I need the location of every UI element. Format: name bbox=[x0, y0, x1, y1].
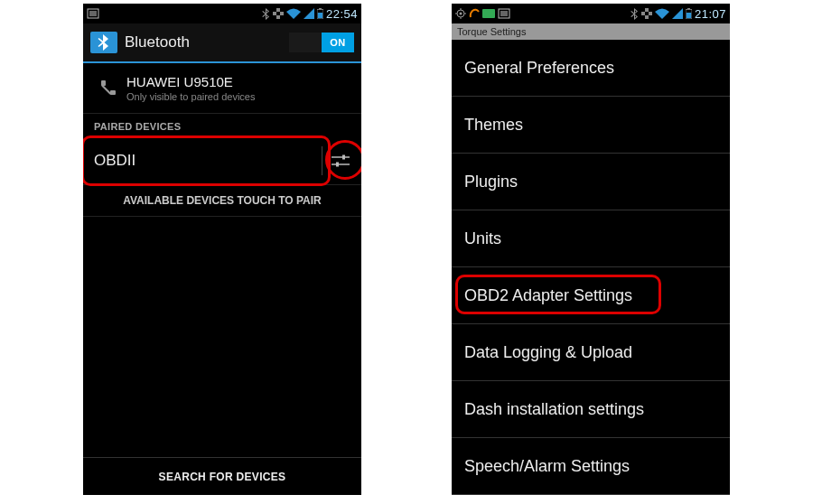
toggle-on-label: ON bbox=[322, 33, 354, 52]
svg-rect-4 bbox=[280, 12, 284, 15]
status-bar: 22:54 bbox=[83, 4, 361, 23]
bluetooth-icon bbox=[90, 32, 117, 53]
settings-status-icon bbox=[641, 8, 652, 19]
signal-icon bbox=[304, 8, 314, 19]
settings-item-units[interactable]: Units bbox=[452, 210, 730, 267]
svg-point-14 bbox=[460, 13, 462, 15]
status-bar: 21:07 bbox=[452, 4, 730, 23]
device-subtitle: Only visible to paired devices bbox=[126, 91, 255, 102]
settings-item-themes[interactable]: Themes bbox=[452, 97, 730, 154]
svg-rect-8 bbox=[318, 13, 322, 18]
bluetooth-header: Bluetooth ON bbox=[83, 23, 361, 63]
signal-icon bbox=[672, 8, 683, 19]
bluetooth-status-icon bbox=[631, 8, 639, 20]
screenshot-icon bbox=[498, 8, 510, 19]
available-devices-label: AVAILABLE DEVICES TOUCH TO PAIR bbox=[83, 184, 361, 217]
screenshot-icon bbox=[87, 8, 99, 19]
gps-icon bbox=[455, 8, 466, 19]
svg-rect-2 bbox=[276, 8, 280, 12]
clock: 22:54 bbox=[326, 7, 358, 21]
settings-item-general-preferences[interactable]: General Preferences bbox=[452, 40, 730, 97]
page-title: Bluetooth bbox=[125, 33, 289, 51]
wifi-icon bbox=[655, 8, 669, 19]
svg-rect-3 bbox=[273, 12, 276, 15]
settings-item-obd2-adapter[interactable]: OBD2 Adapter Settings bbox=[452, 267, 730, 324]
svg-rect-25 bbox=[645, 15, 649, 19]
svg-rect-12 bbox=[336, 163, 339, 167]
battery-icon bbox=[317, 8, 323, 19]
settings-item-dash-installation[interactable]: Dash installation settings bbox=[452, 381, 730, 438]
device-settings-button[interactable] bbox=[322, 146, 350, 175]
phone-bluetooth-settings: 22:54 Bluetooth ON HUAWEI U9510E Only vi… bbox=[83, 4, 361, 495]
svg-rect-5 bbox=[276, 15, 280, 19]
bluetooth-toggle[interactable]: ON bbox=[289, 33, 354, 52]
phone-icon bbox=[94, 79, 121, 98]
svg-rect-24 bbox=[649, 12, 652, 15]
svg-rect-19 bbox=[482, 9, 495, 18]
svg-rect-28 bbox=[687, 13, 691, 18]
bluetooth-status-icon bbox=[262, 8, 270, 20]
paired-device-name: OBDII bbox=[94, 152, 135, 170]
svg-rect-1 bbox=[89, 11, 97, 16]
settings-item-plugins[interactable]: Plugins bbox=[452, 154, 730, 210]
svg-rect-21 bbox=[500, 11, 508, 16]
dashboard-icon bbox=[482, 9, 495, 18]
search-for-devices-button[interactable]: SEARCH FOR DEVICES bbox=[83, 457, 361, 495]
torque-app-icon bbox=[469, 8, 480, 19]
settings-item-data-logging[interactable]: Data Logging & Upload bbox=[452, 324, 730, 381]
paired-devices-label: PAIRED DEVICES bbox=[83, 114, 361, 137]
torque-settings-title: Torque Settings bbox=[452, 23, 730, 40]
svg-rect-23 bbox=[641, 12, 645, 15]
battery-icon bbox=[686, 8, 692, 19]
settings-item-speech-alarm[interactable]: Speech/Alarm Settings bbox=[452, 438, 730, 495]
sliders-icon bbox=[332, 154, 350, 168]
settings-list: General Preferences Themes Plugins Units… bbox=[452, 40, 730, 495]
phone-torque-settings: 21:07 Torque Settings General Preference… bbox=[452, 4, 730, 495]
settings-status-icon bbox=[273, 8, 284, 19]
this-device-row[interactable]: HUAWEI U9510E Only visible to paired dev… bbox=[83, 63, 361, 114]
wifi-icon bbox=[286, 8, 301, 19]
paired-device-obdii[interactable]: OBDII bbox=[83, 137, 361, 184]
device-name: HUAWEI U9510E bbox=[126, 74, 255, 89]
svg-rect-22 bbox=[645, 8, 649, 12]
svg-rect-10 bbox=[342, 155, 345, 160]
clock: 21:07 bbox=[695, 7, 726, 21]
